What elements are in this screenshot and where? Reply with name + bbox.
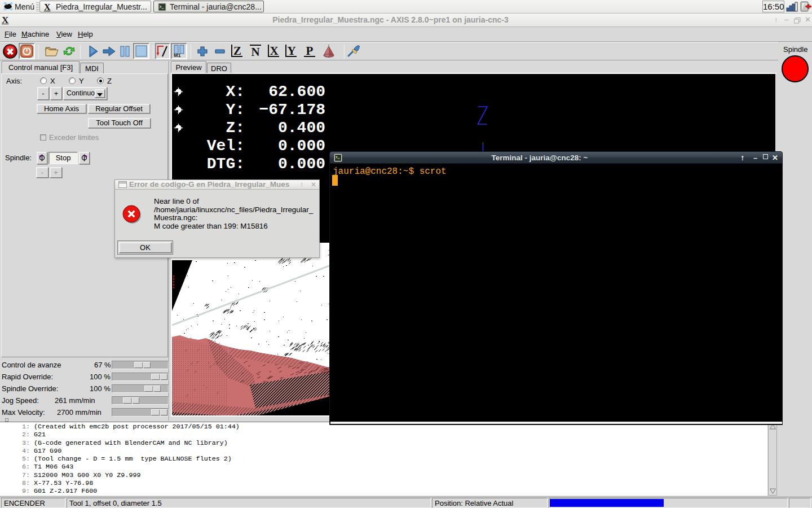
svg-text:M1: M1	[174, 52, 181, 58]
